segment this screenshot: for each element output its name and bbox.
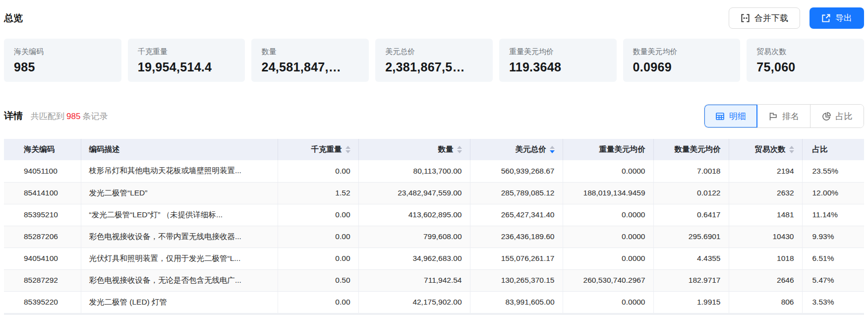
summary-card-quantity-usd-avg: 数量美元均价 0.0969	[623, 39, 741, 82]
match-suffix: 条记录	[82, 112, 108, 121]
record-count-text: 共匹配到985条记录	[31, 111, 108, 122]
card-value: 119.3648	[509, 60, 607, 74]
summary-cards: 海关编码 985 千克重量 19,954,514.4 数量 24,581,847…	[4, 39, 864, 82]
tab-ranking[interactable]: 排名	[757, 105, 810, 127]
cell-weight-usd-avg: 260,530,740.2967	[563, 269, 653, 291]
column-header-weight-usd-avg: 重量美元均价	[563, 139, 653, 160]
table-icon	[715, 112, 725, 121]
cell-quantity-usd-avg: 4.4355	[653, 248, 729, 269]
cell-quantity-usd-avg: 0.6417	[653, 204, 729, 226]
tab-detail[interactable]: 明细	[704, 105, 757, 127]
sort-caret-icon[interactable]	[457, 146, 462, 153]
cell-trade-count: 2632	[729, 182, 802, 204]
tab-share[interactable]: 占比	[810, 105, 864, 127]
sort-caret-icon[interactable]	[789, 146, 794, 153]
cell-quantity: 23,482,947,559.00	[358, 182, 470, 204]
cell-trade-count: 10430	[729, 226, 802, 248]
cell-share: 12.00%	[802, 182, 864, 204]
cell-description: 彩色电视接收设备，不带内置无线电接收器...	[81, 226, 278, 248]
cell-usd-total: 560,939,268.67	[470, 160, 563, 182]
cell-description: “发光二极管“LED”灯” （未提供详细标...	[81, 204, 278, 226]
card-label: 美元总价	[385, 47, 483, 57]
summary-card-quantity: 数量 24,581,847,…	[251, 39, 369, 82]
cell-weight-usd-avg: 188,019,134.9459	[563, 182, 653, 204]
column-header-trade-count[interactable]: 贸易次数	[729, 139, 802, 160]
cell-weight-usd-avg: 0.0000	[563, 226, 653, 248]
summary-card-kg-weight: 千克重量 19,954,514.4	[128, 39, 245, 82]
cell-quantity-usd-avg: 182.9717	[653, 269, 729, 291]
cell-quantity: 34,962,683.00	[358, 248, 470, 269]
card-label: 重量美元均价	[509, 47, 607, 57]
tab-share-label: 占比	[836, 111, 853, 122]
cell-share: 6.51%	[802, 248, 864, 269]
cell-quantity-usd-avg: 0.0122	[653, 182, 729, 204]
summary-card-weight-usd-avg: 重量美元均价 119.3648	[499, 39, 617, 82]
flag-icon	[768, 112, 778, 121]
cell-quantity: 711,942.54	[358, 269, 470, 291]
card-label: 数量	[261, 47, 359, 57]
table-row: 94054100 光伏灯具和照明装置，仅用于发光二极管“L... 0.00 34…	[4, 248, 864, 269]
pie-chart-icon	[822, 112, 831, 121]
table-row: 94051100 枝形吊灯和其他电动天花板或墙壁照明装置... 0.00 80,…	[4, 160, 864, 182]
table-row: 85395220 发光二极管 (LED) 灯管 0.00 42,175,902.…	[4, 291, 864, 313]
cell-kg-weight: 0.00	[278, 226, 358, 248]
cell-description: 枝形吊灯和其他电动天花板或墙壁照明装置...	[81, 160, 278, 182]
merge-cells-icon	[741, 13, 750, 23]
view-switcher: 明细 排名 占比	[704, 104, 864, 128]
cell-hs-code: 85395220	[4, 291, 81, 313]
cell-kg-weight: 0.00	[278, 291, 358, 313]
card-value: 19,954,514.4	[138, 60, 235, 74]
export-button[interactable]: 导出	[810, 7, 864, 29]
cell-hs-code: 94054100	[4, 248, 81, 269]
cell-weight-usd-avg: 0.0000	[563, 291, 653, 313]
card-value: 24,581,847,…	[261, 60, 359, 74]
export-label: 导出	[835, 12, 852, 24]
partial-next-row	[4, 314, 864, 315]
hs-code-table: 海关编码 编码描述 千克重量 数量 美元总价 重量美元均价 数量	[4, 139, 864, 314]
cell-hs-code: 85287292	[4, 269, 81, 291]
column-header-usd-total[interactable]: 美元总价	[470, 139, 563, 160]
merge-download-button[interactable]: 合并下载	[729, 7, 800, 29]
details-title: 详情	[4, 110, 23, 123]
cell-weight-usd-avg: 0.0000	[563, 248, 653, 269]
sort-caret-icon[interactable]	[346, 146, 350, 153]
table-row: 85287292 彩色电视接收设备，无论是否包含无线电广... 0.50 711…	[4, 269, 864, 291]
cell-hs-code: 85414100	[4, 182, 81, 204]
column-header-kg-weight[interactable]: 千克重量	[278, 139, 358, 160]
cell-quantity: 799,608.00	[358, 226, 470, 248]
column-header-hs-code: 海关编码	[4, 139, 81, 160]
cell-description: 光伏灯具和照明装置，仅用于发光二极管“L...	[81, 248, 278, 269]
match-prefix: 共匹配到	[31, 112, 64, 121]
cell-quantity: 413,602,895.00	[358, 204, 470, 226]
cell-hs-code: 85395210	[4, 204, 81, 226]
card-value: 0.0969	[633, 60, 731, 74]
cell-share: 9.93%	[802, 226, 864, 248]
cell-kg-weight: 0.00	[278, 204, 358, 226]
cell-kg-weight: 1.52	[278, 182, 358, 204]
card-label: 数量美元均价	[633, 47, 731, 57]
card-value: 75,060	[756, 60, 854, 74]
sort-caret-icon[interactable]	[550, 146, 555, 153]
tab-detail-label: 明细	[729, 111, 746, 122]
cell-kg-weight: 0.00	[278, 248, 358, 269]
merge-download-label: 合并下载	[754, 12, 788, 24]
cell-share: 11.14%	[802, 204, 864, 226]
table-body: 94051100 枝形吊灯和其他电动天花板或墙壁照明装置... 0.00 80,…	[4, 160, 864, 313]
summary-card-usd-total: 美元总价 2,381,867,5…	[375, 39, 493, 82]
cell-usd-total: 130,265,370.15	[470, 269, 563, 291]
cell-usd-total: 285,789,085.12	[470, 182, 563, 204]
card-value: 985	[14, 60, 112, 74]
cell-trade-count: 2194	[729, 160, 802, 182]
column-header-quantity[interactable]: 数量	[358, 139, 470, 160]
card-label: 千克重量	[138, 47, 235, 57]
table-header: 海关编码 编码描述 千克重量 数量 美元总价 重量美元均价 数量	[4, 139, 864, 160]
cell-share: 5.47%	[802, 269, 864, 291]
details-bar: 详情 共匹配到985条记录 明细 排名	[4, 104, 864, 128]
cell-description: 彩色电视接收设备，无论是否包含无线电广...	[81, 269, 278, 291]
card-label: 海关编码	[14, 47, 112, 57]
cell-kg-weight: 0.50	[278, 269, 358, 291]
table-row: 85287206 彩色电视接收设备，不带内置无线电接收器... 0.00 799…	[4, 226, 864, 248]
card-label: 贸易次数	[756, 47, 854, 57]
cell-share: 23.55%	[802, 160, 864, 182]
cell-usd-total: 155,076,261.17	[470, 248, 563, 269]
